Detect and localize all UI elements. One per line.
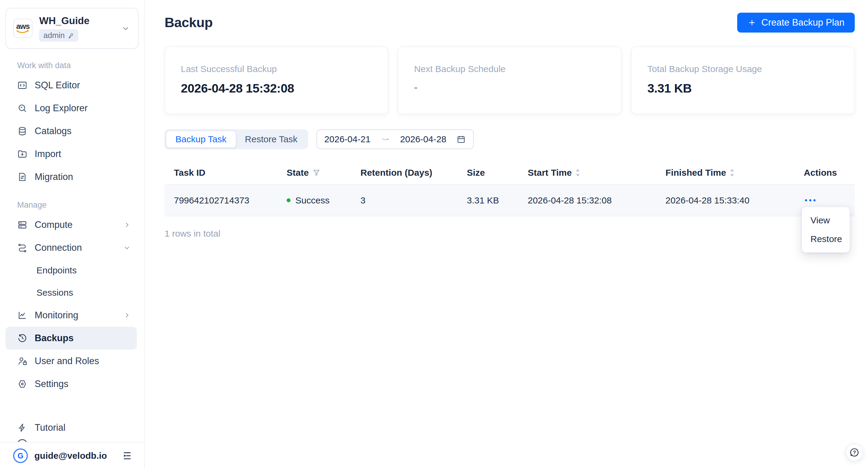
stats-row: Last Successful Backup 2026-04-28 15:32:… [164,46,855,114]
actions-dropdown-menu: View Restore [802,207,850,253]
sidebar-item-label: Catalogs [35,126,71,136]
cell-retention: 3 [361,195,467,206]
cell-actions [804,196,855,205]
section-label-manage: Manage [17,200,137,210]
aws-logo: aws [13,19,33,38]
sidebar: aws WH_Guide admin Work with data [0,0,145,469]
user-roles-icon [17,356,27,366]
sidebar-item-label: Backups [35,333,73,344]
tab-restore-task[interactable]: Restore Task [236,131,307,148]
sidebar-item-backups[interactable]: Backups [5,327,137,350]
stat-value: 2026-04-28 15:32:08 [181,82,375,96]
import-icon [17,149,27,159]
sort-icon[interactable] [729,168,735,177]
table-header-row: Task ID State Retention (Days) Size Star… [164,161,855,185]
sidebar-item-tutorial[interactable]: Tutorial [5,416,137,439]
chevron-down-icon [121,24,130,33]
sidebar-item-import[interactable]: Import [5,143,137,165]
connection-icon [17,243,27,253]
sort-icon[interactable] [575,168,581,177]
date-range-end: 2026-04-28 [400,134,446,145]
sidebar-bottom-nav: Tutorial [0,416,144,439]
range-arrow-icon [381,136,390,143]
clipped-sidebar-item-icon [17,439,27,442]
sidebar-subitem-label: Endpoints [36,265,76,276]
sidebar-item-sessions[interactable]: Sessions [5,282,137,304]
column-header-label: Start Time [528,167,572,178]
chevron-right-icon [123,311,131,319]
column-header-finished-time: Finished Time [665,167,804,178]
cell-size: 3.31 KB [467,195,528,206]
success-dot [287,198,290,202]
create-backup-plan-button[interactable]: Create Backup Plan [737,13,855,33]
cell-task-id: 799642102714373 [164,195,287,206]
sidebar-footer: G guide@velodb.io [0,442,144,469]
sidebar-item-label: User and Roles [35,356,99,367]
page-header: Backup Create Backup Plan [164,13,855,33]
aws-smile-icon [16,30,30,34]
tab-backup-task[interactable]: Backup Task [166,131,236,148]
column-header-state: State [287,167,361,178]
sidebar-item-endpoints[interactable]: Endpoints [5,259,137,282]
menu-item-view[interactable]: View [802,211,849,230]
table-summary: 1 rows in total [164,228,855,239]
sidebar-item-label: Tutorial [35,422,65,433]
create-backup-plan-label: Create Backup Plan [761,17,844,28]
workspace-role-badge: admin [39,29,79,41]
cell-state: Success [287,195,361,206]
key-icon [67,32,74,39]
sidebar-spacer [0,396,144,416]
sidebar-item-user-and-roles[interactable]: User and Roles [5,350,137,373]
plus-icon [747,18,756,27]
settings-icon [17,379,27,389]
date-range-picker[interactable]: 2026-04-21 2026-04-28 [316,129,474,149]
help-button[interactable]: ? [846,444,863,461]
sidebar-item-monitoring[interactable]: Monitoring [5,304,137,327]
user-email: guide@velodb.io [34,450,107,461]
task-type-tabs: Backup Task Restore Task [164,129,308,149]
sidebar-item-label: Import [35,149,61,159]
stat-card-total-backup-storage: Total Backup Storage Usage 3.31 KB [631,46,855,114]
stat-card-last-successful-backup: Last Successful Backup 2026-04-28 15:32:… [164,46,388,114]
sidebar-item-connection[interactable]: Connection [5,236,137,259]
sidebar-item-catalogs[interactable]: Catalogs [5,120,137,143]
sidebar-item-log-explorer[interactable]: Log Explorer [5,97,137,120]
workspace-switcher[interactable]: aws WH_Guide admin [5,8,138,49]
sidebar-item-label: Settings [35,379,68,389]
svg-text:?: ? [853,450,856,455]
sidebar-item-compute[interactable]: Compute [5,213,137,236]
ellipsis-icon[interactable] [804,196,817,205]
collapse-sidebar-icon [122,450,133,461]
sidebar-subitem-label: Sessions [36,287,73,298]
sidebar-item-label: Monitoring [35,310,79,321]
menu-item-restore[interactable]: Restore [802,230,849,248]
sql-editor-icon [17,80,27,90]
collapse-sidebar-button[interactable] [122,450,133,461]
column-header-task-id: Task ID [164,167,287,178]
page-title: Backup [164,15,213,30]
stat-card-next-backup-schedule: Next Backup Schedule - [398,46,621,114]
column-header-size: Size [467,167,528,178]
sidebar-nav: Work with data SQL Editor Log Explorer C… [0,49,144,396]
section-label-work-with-data: Work with data [17,61,137,70]
sidebar-item-label: SQL Editor [35,80,80,91]
backup-task-table: Task ID State Retention (Days) Size Star… [164,161,855,216]
workspace-name: WH_Guide [39,15,90,27]
filter-controls: Backup Task Restore Task 2026-04-21 2026… [164,129,855,149]
sidebar-item-label: Connection [35,242,82,253]
monitoring-icon [17,310,27,320]
calendar-icon [456,134,466,144]
sidebar-item-sql-editor[interactable]: SQL Editor [5,74,137,97]
state-label: Success [296,195,330,206]
help-icon: ? [849,447,860,458]
filter-icon[interactable] [312,168,321,177]
chevron-right-icon [123,221,131,229]
date-range-start: 2026-04-21 [324,134,370,145]
tutorial-icon [17,423,27,433]
sidebar-item-settings[interactable]: Settings [5,373,137,396]
aws-logo-text: aws [16,23,30,30]
sidebar-item-migration[interactable]: Migration [5,165,137,188]
backups-icon [17,333,27,343]
sidebar-item-label: Migration [35,171,73,182]
avatar: G [13,448,28,463]
